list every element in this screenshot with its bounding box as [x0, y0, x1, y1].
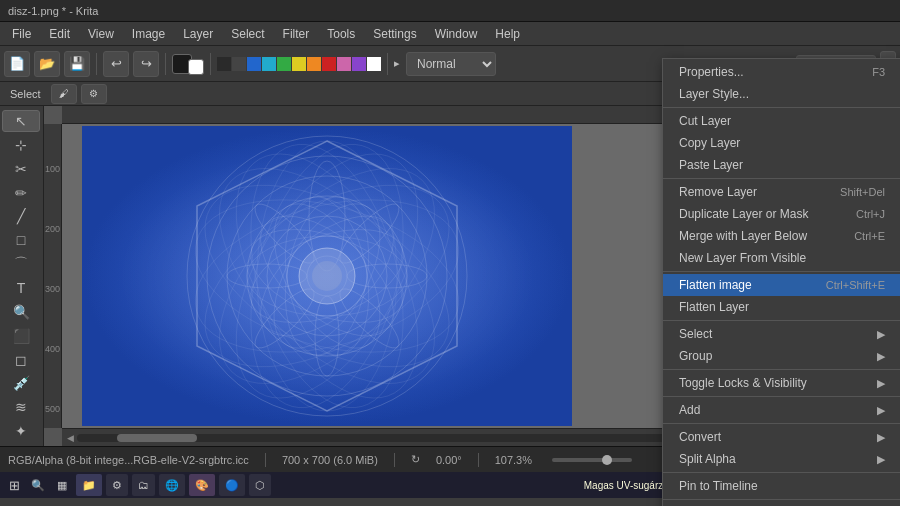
- ctx-label: New Layer From Visible: [679, 251, 806, 265]
- eyedropper-tool[interactable]: 💉: [2, 372, 40, 394]
- bezier-tool[interactable]: ⌒: [2, 253, 40, 275]
- menu-item-tools[interactable]: Tools: [319, 25, 363, 43]
- menu-item-select[interactable]: Select: [223, 25, 272, 43]
- scroll-thumb[interactable]: [117, 434, 197, 442]
- crop-tool[interactable]: ✂: [2, 158, 40, 180]
- menu-item-file[interactable]: File: [4, 25, 39, 43]
- taskbar-settings[interactable]: ⚙: [106, 474, 128, 496]
- brush-preset-btn[interactable]: 🖌: [51, 84, 77, 104]
- ctx-item-toggle-locks--visibility[interactable]: Toggle Locks & Visibility▶: [663, 372, 900, 394]
- ctx-item-new-layer-from-visible[interactable]: New Layer From Visible: [663, 247, 900, 269]
- open-button[interactable]: 📂: [34, 51, 60, 77]
- menu-item-window[interactable]: Window: [427, 25, 486, 43]
- svg-point-3: [227, 176, 427, 376]
- ctx-item-remove-layer[interactable]: Remove LayerShift+Del: [663, 181, 900, 203]
- swatch-pink[interactable]: [337, 57, 351, 71]
- ctx-item-merge-with-layer-below[interactable]: Merge with Layer BelowCtrl+E: [663, 225, 900, 247]
- search-button[interactable]: 🔍: [28, 475, 48, 495]
- ctx-sep-26: [663, 499, 900, 500]
- taskbar-browser[interactable]: 🌐: [159, 474, 185, 496]
- line-tool[interactable]: ╱: [2, 205, 40, 227]
- swatch-purple[interactable]: [352, 57, 366, 71]
- ctx-item-layer-style[interactable]: Layer Style...: [663, 83, 900, 105]
- color-mode-text: RGB/Alpha (8-bit intege...RGB-elle-V2-sr…: [8, 454, 249, 466]
- menu-item-layer[interactable]: Layer: [175, 25, 221, 43]
- swatch-yellow[interactable]: [292, 57, 306, 71]
- menu-item-view[interactable]: View: [80, 25, 122, 43]
- title-text: disz-1.png * - Krita: [8, 5, 98, 17]
- assistant-tool[interactable]: ✦: [2, 420, 40, 442]
- menu-item-edit[interactable]: Edit: [41, 25, 78, 43]
- ctx-item-flatten-layer[interactable]: Flatten Layer: [663, 296, 900, 318]
- zoom-slider-track[interactable]: [552, 458, 632, 462]
- menu-item-help[interactable]: Help: [487, 25, 528, 43]
- freehand-tool[interactable]: ✏: [2, 182, 40, 204]
- ctx-item-pin-to-timeline[interactable]: Pin to Timeline: [663, 475, 900, 497]
- zoom-slider-thumb[interactable]: [602, 455, 612, 465]
- text-tool[interactable]: T: [2, 277, 40, 299]
- tool-options-btn[interactable]: ⚙: [81, 84, 107, 104]
- taskbar-files[interactable]: 🗂: [132, 474, 155, 496]
- svg-point-13: [248, 282, 322, 356]
- start-button[interactable]: ⊞: [4, 475, 24, 495]
- svg-point-25: [175, 148, 479, 404]
- ctx-item-paste-layer[interactable]: Paste Layer: [663, 154, 900, 176]
- taskbar-explorer[interactable]: 📁: [76, 474, 102, 496]
- dimensions-text: 700 x 700 (6.0 MiB): [282, 454, 378, 466]
- swatch-blue1[interactable]: [247, 57, 261, 71]
- svg-point-22: [224, 127, 429, 424]
- taskbar-krita[interactable]: 🎨: [189, 474, 215, 496]
- new-button[interactable]: 📄: [4, 51, 30, 77]
- svg-point-27: [247, 236, 407, 316]
- ruler-v-200: 200: [45, 224, 60, 234]
- swatch-red[interactable]: [322, 57, 336, 71]
- transform-tool[interactable]: ⊹: [2, 134, 40, 156]
- svg-point-30: [252, 187, 401, 366]
- blend-mode-select[interactable]: Normal: [406, 52, 496, 76]
- svg-point-36: [299, 248, 355, 304]
- shape-tool[interactable]: □: [2, 229, 40, 251]
- ctx-item-duplicate-layer-or-mask[interactable]: Duplicate Layer or MaskCtrl+J: [663, 203, 900, 225]
- smudge-tool[interactable]: ≋: [2, 396, 40, 418]
- ctx-item-flatten-image[interactable]: Flatten imageCtrl+Shift+E: [663, 274, 900, 296]
- menu-item-settings[interactable]: Settings: [365, 25, 424, 43]
- toolbar-sep-1: [96, 53, 97, 75]
- ruler-v-500: 500: [45, 404, 60, 414]
- taskbar-app1[interactable]: 🔵: [219, 474, 245, 496]
- ctx-item-add[interactable]: Add▶: [663, 399, 900, 421]
- menubar: FileEditViewImageLayerSelectFilterToolsS…: [0, 22, 900, 46]
- scroll-left-btn[interactable]: ◀: [64, 433, 77, 443]
- ctx-item-convert[interactable]: Convert▶: [663, 426, 900, 448]
- taskbar-app2[interactable]: ⬡: [249, 474, 271, 496]
- select-tool[interactable]: ↖: [2, 110, 40, 132]
- menu-item-filter[interactable]: Filter: [275, 25, 318, 43]
- swatch-white[interactable]: [367, 57, 381, 71]
- swatch-black[interactable]: [217, 57, 231, 71]
- svg-point-2: [207, 156, 447, 396]
- undo-button[interactable]: ↩: [103, 51, 129, 77]
- fill-tool[interactable]: ⬛: [2, 325, 40, 347]
- ctx-item-copy-layer[interactable]: Copy Layer: [663, 132, 900, 154]
- color-palette: [217, 57, 381, 71]
- zoom-tool[interactable]: 🔍: [2, 301, 40, 323]
- ctx-item-group[interactable]: Group▶: [663, 345, 900, 367]
- ctx-item-cut-layer[interactable]: Cut Layer: [663, 110, 900, 132]
- ctx-item-split-alpha[interactable]: Split Alpha▶: [663, 448, 900, 470]
- swatch-orange[interactable]: [307, 57, 321, 71]
- swatch-green[interactable]: [277, 57, 291, 71]
- eraser-tool[interactable]: ◻: [2, 349, 40, 371]
- menu-item-image[interactable]: Image: [124, 25, 173, 43]
- redo-button[interactable]: ↪: [133, 51, 159, 77]
- ctx-sep-17: [663, 369, 900, 370]
- ctx-arrow: ▶: [877, 431, 885, 444]
- color-bg[interactable]: [188, 59, 204, 75]
- ctx-item-isolate-active-layer[interactable]: Isolate Active Layer: [663, 502, 900, 506]
- save-button[interactable]: 💾: [64, 51, 90, 77]
- swatch-teal[interactable]: [262, 57, 276, 71]
- task-view-button[interactable]: ▦: [52, 475, 72, 495]
- ruler-v-300: 300: [45, 284, 60, 294]
- ctx-item-properties[interactable]: Properties...F3: [663, 61, 900, 83]
- swatch-darkgray[interactable]: [232, 57, 246, 71]
- svg-point-35: [238, 211, 416, 341]
- ctx-item-select[interactable]: Select▶: [663, 323, 900, 345]
